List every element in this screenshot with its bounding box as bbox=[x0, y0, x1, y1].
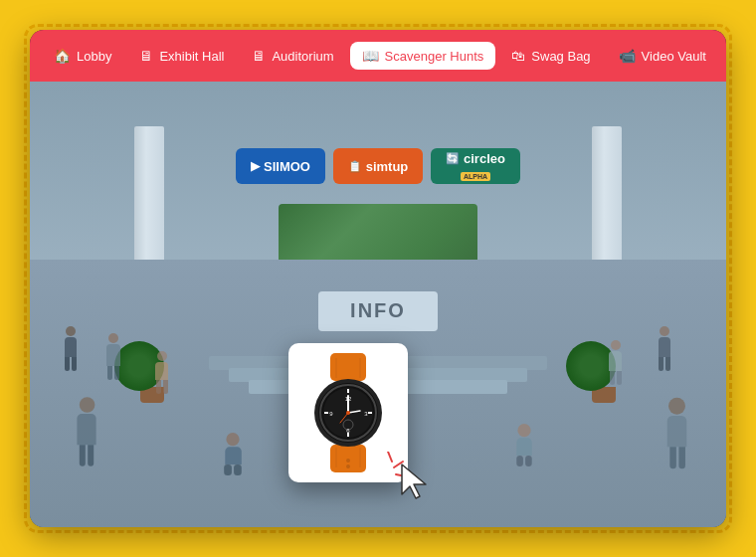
nav-item-lobby[interactable]: 🏠 Lobby bbox=[42, 42, 123, 70]
head-5 bbox=[660, 326, 669, 336]
nav-item-scavenger-hunts[interactable]: 📖 Scavenger Hunts bbox=[350, 42, 496, 70]
nav-item-swag-bag[interactable]: 🛍 Swag Bag bbox=[499, 42, 602, 70]
cursor-icon bbox=[398, 461, 434, 500]
sponsor-banners: ▶ SIIMOO 📋 simtup 🔄 circleo ALPHA bbox=[236, 148, 520, 184]
body-3 bbox=[155, 362, 168, 380]
simtup-label: simtup bbox=[366, 159, 409, 174]
nav-label-swag-bag: Swag Bag bbox=[531, 49, 590, 64]
nav-label-exhibit-hall: Exhibit Hall bbox=[159, 49, 224, 64]
figure-5 bbox=[659, 326, 670, 371]
lobby-scene: ALL ▶ SIIMOO 📋 simtup 🔄 circleo ALPHA bbox=[30, 82, 726, 527]
nav-label-scavenger-hunts: Scavenger Hunts bbox=[385, 49, 484, 64]
nav-bar: 🏠 Lobby 🖥 Exhibit Hall 🖥 Auditorium 📖 Sc… bbox=[30, 30, 726, 82]
svg-rect-0 bbox=[330, 353, 366, 381]
head-3 bbox=[157, 351, 167, 361]
nav-label-video-vault: Video Vault bbox=[642, 49, 706, 64]
legs-6 bbox=[610, 371, 622, 385]
nav-label-lobby: Lobby bbox=[77, 49, 111, 64]
body-4 bbox=[77, 414, 95, 445]
head-1 bbox=[66, 326, 76, 336]
legs-8 bbox=[224, 464, 242, 475]
svg-line-25 bbox=[388, 452, 392, 462]
video-icon: 📹 bbox=[619, 48, 636, 64]
head-2 bbox=[108, 333, 118, 343]
svg-text:12: 12 bbox=[345, 396, 352, 402]
figure-7 bbox=[667, 398, 687, 469]
screen-icon: 🖥 bbox=[252, 48, 266, 64]
circleo-badge: ALPHA bbox=[461, 172, 490, 181]
figure-1 bbox=[65, 326, 77, 371]
svg-marker-28 bbox=[402, 464, 426, 498]
simtup-icon: 📋 bbox=[348, 160, 362, 173]
circleo-label: circleo bbox=[464, 151, 505, 166]
figure-6 bbox=[609, 340, 622, 385]
banner-circleo[interactable]: 🔄 circleo ALPHA bbox=[431, 148, 520, 184]
head-8 bbox=[226, 433, 239, 446]
banner-siimoo[interactable]: ▶ SIIMOO bbox=[236, 148, 325, 184]
bag-icon: 🛍 bbox=[511, 48, 525, 64]
info-desk: INFO bbox=[318, 291, 438, 331]
home-icon: 🏠 bbox=[54, 48, 71, 64]
body-6 bbox=[609, 351, 622, 371]
legs-5 bbox=[659, 357, 670, 371]
legs-4 bbox=[80, 445, 94, 466]
nav-label-auditorium: Auditorium bbox=[272, 49, 333, 64]
figure-8 bbox=[224, 433, 242, 475]
head-4 bbox=[79, 397, 94, 413]
nav-item-video-vault[interactable]: 📹 Video Vault bbox=[607, 42, 718, 70]
legs-7 bbox=[669, 447, 685, 468]
body-1 bbox=[65, 337, 77, 357]
figure-3 bbox=[155, 351, 168, 394]
body-2 bbox=[106, 344, 120, 366]
svg-point-23 bbox=[346, 459, 350, 463]
nav-item-exhibit-hall[interactable]: 🖥 Exhibit Hall bbox=[127, 42, 236, 70]
figure-9 bbox=[516, 424, 531, 466]
svg-point-24 bbox=[346, 464, 350, 468]
body-7 bbox=[667, 416, 687, 447]
plant-left bbox=[127, 337, 177, 403]
siimoo-icon: ▶ bbox=[251, 159, 260, 173]
book-icon: 📖 bbox=[362, 48, 379, 64]
info-label: INFO bbox=[350, 299, 406, 322]
body-8 bbox=[225, 448, 242, 465]
legs-9 bbox=[516, 456, 531, 466]
head-6 bbox=[611, 340, 621, 350]
circleo-icon: 🔄 bbox=[446, 152, 460, 165]
body-5 bbox=[659, 337, 670, 357]
head-9 bbox=[517, 424, 530, 437]
svg-point-14 bbox=[346, 411, 350, 415]
outer-frame: 🏠 Lobby 🖥 Exhibit Hall 🖥 Auditorium 📖 Sc… bbox=[20, 20, 736, 537]
monitor-icon: 🖥 bbox=[139, 48, 153, 64]
body-9 bbox=[516, 439, 531, 457]
main-window: 🏠 Lobby 🖥 Exhibit Hall 🖥 Auditorium 📖 Sc… bbox=[30, 30, 726, 527]
nav-item-auditorium[interactable]: 🖥 Auditorium bbox=[240, 42, 345, 70]
figure-4 bbox=[77, 397, 95, 466]
legs-1 bbox=[65, 357, 77, 371]
legs-2 bbox=[107, 366, 119, 380]
legs-3 bbox=[156, 380, 168, 394]
figure-2 bbox=[106, 333, 120, 380]
siimoo-label: SIIMOO bbox=[264, 159, 310, 174]
head-7 bbox=[668, 398, 685, 415]
banner-simtup[interactable]: 📋 simtup bbox=[333, 148, 423, 184]
